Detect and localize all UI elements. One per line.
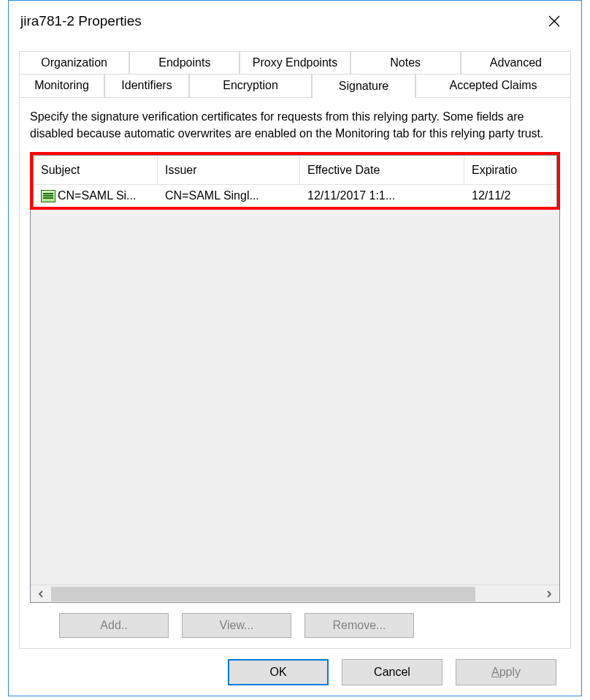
scroll-right-icon[interactable] [539,585,559,603]
ok-button[interactable]: OK [228,659,329,685]
signature-description: Specify the signature verification certi… [30,108,560,142]
dialog-buttons: OK Cancel Apply [19,649,571,685]
cert-table-row[interactable]: CN=SAML Si... CN=SAML Singl... 12/11/201… [34,185,556,207]
view-button: View... [182,613,291,638]
cert-table-empty-area [31,210,559,585]
tab-endpoints[interactable]: Endpoints [129,51,240,74]
tab-encryption[interactable]: Encryption [189,74,312,98]
cell-effective: 12/11/2017 1:1... [300,185,464,207]
scroll-track[interactable] [51,587,539,601]
tab-proxy-endpoints[interactable]: Proxy Endpoints [240,51,350,74]
properties-dialog: jira781-2 Properties Organization Endpoi… [8,0,582,696]
cell-issuer: CN=SAML Singl... [158,185,300,207]
titlebar: jira781-2 Properties [9,1,581,41]
cert-action-buttons: Add.. View... Remove... [59,613,560,638]
close-icon[interactable] [539,9,570,33]
col-effective-date[interactable]: Effective Date [300,156,464,184]
remove-button: Remove... [304,613,414,638]
col-expiration[interactable]: Expiratio [464,156,545,184]
cert-table-header: Subject Issuer Effective Date Expiratio [34,156,556,185]
cell-expiration: 12/11/2 [464,185,545,207]
col-issuer[interactable]: Issuer [158,156,300,184]
horizontal-scrollbar[interactable] [31,585,559,602]
add-button: Add.. [59,613,169,638]
tab-accepted-claims[interactable]: Accepted Claims [415,74,571,98]
tab-container: Organization Endpoints Proxy Endpoints N… [19,51,571,649]
tab-advanced[interactable]: Advanced [461,51,571,74]
tab-organization[interactable]: Organization [19,51,129,74]
tab-panel-signature: Specify the signature verification certi… [19,97,571,649]
cell-subject: CN=SAML Si... [34,185,158,207]
cancel-button[interactable]: Cancel [342,659,442,685]
tab-row-1: Organization Endpoints Proxy Endpoints N… [19,51,571,74]
dialog-body: Organization Endpoints Proxy Endpoints N… [9,41,581,696]
tab-monitoring[interactable]: Monitoring [19,74,104,98]
cell-subject-text: CN=SAML Si... [58,189,136,202]
tab-row-2: Monitoring Identifiers Encryption Signat… [19,74,571,98]
tab-signature[interactable]: Signature [312,74,415,99]
scroll-left-icon[interactable] [31,585,51,603]
window-title: jira781-2 Properties [20,13,142,29]
col-subject[interactable]: Subject [34,156,158,184]
tab-notes[interactable]: Notes [350,51,461,74]
apply-button: Apply [456,659,556,685]
certificate-icon [41,190,55,202]
scroll-thumb[interactable] [51,587,475,601]
certificate-highlight: Subject Issuer Effective Date Expiratio … [30,152,560,210]
tab-identifiers[interactable]: Identifiers [104,74,189,98]
cert-table-body-empty [30,210,560,603]
